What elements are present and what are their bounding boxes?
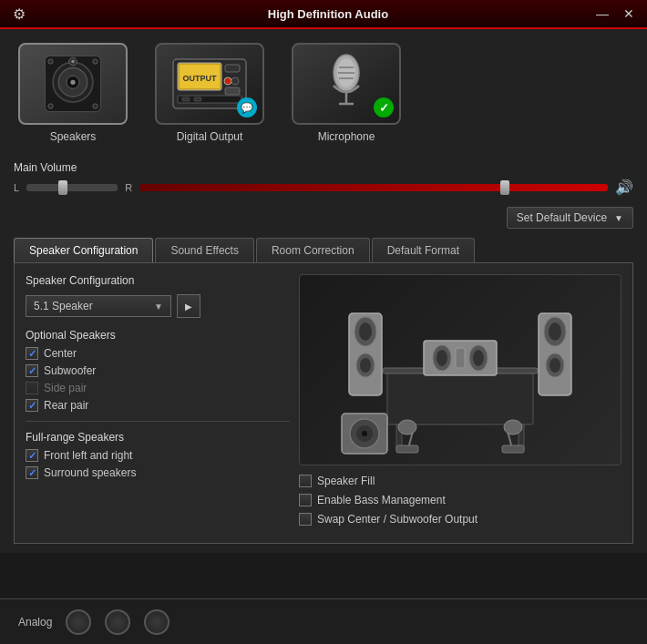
set-default-label: Set Default Device <box>517 211 607 224</box>
subwoofer-checkbox[interactable] <box>26 364 38 377</box>
close-button[interactable]: ✕ <box>620 5 638 23</box>
speaker-config-title: Speaker Configuration <box>26 274 290 287</box>
fullrange-label: Full-range Speakers <box>26 431 290 444</box>
tabs-row: Speaker Configuration Sound Effects Room… <box>14 238 633 263</box>
analog-circle-2[interactable] <box>105 609 130 635</box>
left-panel: Speaker Configuration 5.1 Speaker ▼ ▶ Op… <box>26 274 290 532</box>
front-lr-checkbox[interactable] <box>26 449 38 462</box>
check-badge: ✓ <box>374 97 394 118</box>
tab-sound-effects[interactable]: Sound Effects <box>155 238 254 262</box>
balance-track <box>26 184 118 191</box>
play-button[interactable]: ▶ <box>177 294 200 318</box>
speaker-visualization <box>299 274 621 465</box>
tab-default-format[interactable]: Default Format <box>372 238 475 262</box>
svg-point-17 <box>231 77 239 85</box>
svg-point-52 <box>362 431 367 436</box>
volume-right-label: R <box>125 182 132 193</box>
tab-speaker-configuration[interactable]: Speaker Configuration <box>14 238 153 262</box>
surround-checkbox[interactable] <box>26 466 38 479</box>
speaker-viz-svg <box>333 279 588 461</box>
window-title: High Definition Audio <box>64 7 592 21</box>
svg-point-6 <box>71 60 75 64</box>
side-pair-checkbox-row: Side pair <box>26 382 290 394</box>
front-lr-label: Front left and right <box>44 449 132 462</box>
device-microphone[interactable]: ✓ Microphone <box>287 38 406 148</box>
bottom-bar: Analog <box>0 598 647 644</box>
volume-left-label: L <box>14 182 19 193</box>
device-speakers[interactable]: Speakers <box>14 38 132 148</box>
device-digital-output[interactable]: OUTPUT 💬 Digital Output <box>150 38 269 148</box>
balance-thumb[interactable] <box>58 180 67 195</box>
tab-room-correction[interactable]: Room Correction <box>256 238 370 262</box>
options-list: Speaker Fill Enable Bass Management Swap… <box>299 475 621 526</box>
settings-button[interactable]: ⚙ <box>9 4 29 25</box>
speakers-label: Speakers <box>50 130 97 143</box>
svg-text:OUTPUT: OUTPUT <box>183 74 218 83</box>
digital-output-label: Digital Output <box>177 130 243 143</box>
subwoofer-label: Subwoofer <box>44 364 96 377</box>
minimize-button[interactable]: — <box>592 5 612 23</box>
svg-point-35 <box>436 350 447 366</box>
svg-rect-54 <box>396 445 418 453</box>
svg-rect-38 <box>456 348 465 368</box>
microphone-label: Microphone <box>318 130 375 143</box>
speaker-fill-checkbox[interactable] <box>299 475 312 487</box>
speaker-type-dropdown[interactable]: 5.1 Speaker ▼ <box>26 295 171 317</box>
swap-center-row: Swap Center / Subwoofer Output <box>299 513 621 526</box>
side-pair-checkbox[interactable] <box>26 382 38 394</box>
balance-slider-container[interactable] <box>26 180 118 195</box>
speaker-icon <box>41 52 105 116</box>
bass-mgmt-label: Enable Bass Management <box>317 494 446 506</box>
volume-slider-container[interactable] <box>139 180 608 195</box>
analog-circle-3[interactable] <box>144 609 169 635</box>
subwoofer-checkbox-row: Subwoofer <box>26 364 290 377</box>
center-label: Center <box>44 347 77 360</box>
microphone-icon <box>310 47 383 120</box>
svg-point-9 <box>48 104 53 108</box>
speaker-fill-row: Speaker Fill <box>299 475 621 487</box>
svg-point-48 <box>549 358 560 373</box>
set-default-device-button[interactable]: Set Default Device ▼ <box>507 207 633 229</box>
volume-section: Main Volume L R 🔊 <box>14 161 633 196</box>
window-controls: — ✕ <box>592 5 638 23</box>
svg-point-8 <box>93 59 98 64</box>
surround-label: Surround speakers <box>44 466 136 479</box>
speaker-type-value: 5.1 Speaker <box>34 300 93 312</box>
side-pair-label: Side pair <box>44 382 87 394</box>
rear-pair-checkbox[interactable] <box>26 399 38 412</box>
default-device-row: Set Default Device ▼ <box>14 207 633 229</box>
svg-rect-15 <box>225 65 240 72</box>
chat-badge: 💬 <box>237 97 257 118</box>
volume-track <box>139 184 608 191</box>
dropdown-arrow-icon: ▼ <box>614 213 623 223</box>
svg-point-7 <box>48 59 53 64</box>
analog-circle-1[interactable] <box>66 609 91 635</box>
bass-mgmt-checkbox[interactable] <box>299 494 312 506</box>
volume-label: Main Volume <box>14 161 633 174</box>
mute-button[interactable]: 🔊 <box>615 179 633 196</box>
svg-point-55 <box>398 420 416 434</box>
bass-mgmt-row: Enable Bass Management <box>299 494 621 506</box>
rear-pair-checkbox-row: Rear pair <box>26 399 290 412</box>
device-row: Speakers OUTPUT 💬 <box>14 38 633 148</box>
svg-point-10 <box>93 104 98 108</box>
center-checkbox-row: Center <box>26 347 290 360</box>
svg-rect-57 <box>502 445 524 453</box>
svg-point-37 <box>473 350 484 366</box>
swap-center-label: Swap Center / Subwoofer Output <box>317 513 478 526</box>
svg-point-41 <box>359 322 372 341</box>
main-content: Speakers OUTPUT 💬 <box>0 29 647 553</box>
swap-center-checkbox[interactable] <box>299 513 312 526</box>
digital-output-icon-box: OUTPUT 💬 <box>155 43 264 125</box>
speaker-fill-label: Speaker Fill <box>317 475 375 487</box>
microphone-icon-box: ✓ <box>292 43 401 125</box>
svg-point-16 <box>224 77 231 85</box>
volume-thumb[interactable] <box>500 180 509 195</box>
center-checkbox[interactable] <box>26 347 38 360</box>
speakers-icon-box <box>18 43 128 125</box>
svg-rect-29 <box>387 370 533 424</box>
analog-label: Analog <box>18 616 52 629</box>
divider <box>26 421 290 422</box>
dropdown-chevron-icon: ▼ <box>154 302 163 312</box>
surround-checkbox-row: Surround speakers <box>26 466 290 479</box>
